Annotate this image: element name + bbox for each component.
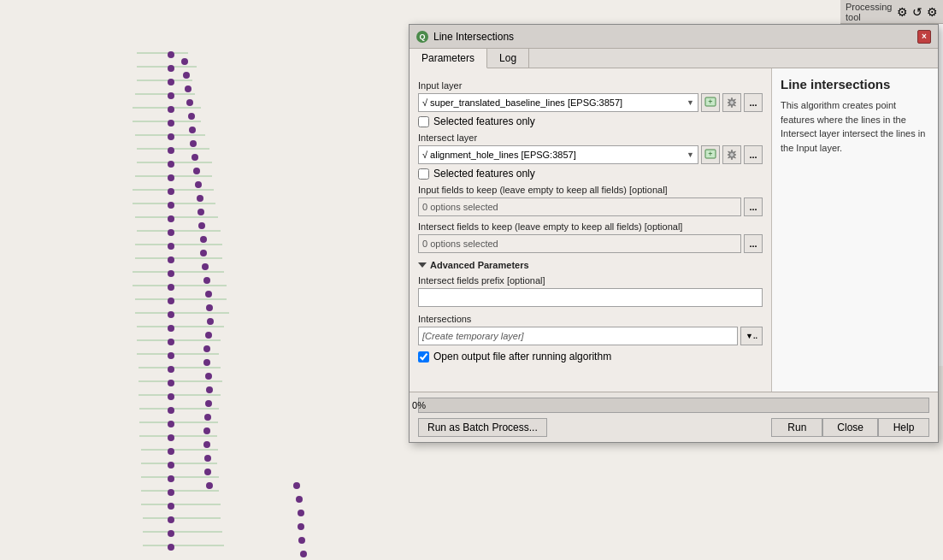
- svg-point-68: [168, 462, 174, 469]
- intersect-layer-add-btn[interactable]: +: [701, 145, 720, 164]
- close-button[interactable]: Close: [822, 418, 878, 437]
- line-intersections-dialog: Q Line Intersections × Parameters Log In…: [409, 24, 939, 443]
- help-button[interactable]: Help: [878, 418, 929, 437]
- intersect-layer-ellipsis-btn[interactable]: ...: [744, 145, 763, 164]
- intersections-placeholder: [Create temporary layer]: [422, 331, 524, 341]
- svg-point-54: [168, 270, 174, 277]
- input-fields-label: Input fields to keep (leave empty to kee…: [418, 185, 763, 195]
- top-toolbar: Processing tool ⚙ ↺ ⚙: [840, 0, 943, 24]
- input-layer-label: Input layer: [418, 80, 763, 91]
- svg-point-78: [186, 99, 193, 106]
- svg-point-85: [197, 195, 203, 202]
- svg-point-72: [168, 516, 174, 523]
- dialog-close-button[interactable]: ×: [917, 30, 931, 44]
- svg-point-65: [168, 421, 174, 427]
- svg-point-105: [204, 469, 211, 475]
- svg-point-107: [293, 482, 300, 489]
- intersect-fields-ellipsis-btn[interactable]: ...: [744, 234, 763, 253]
- dialog-icon: Q: [416, 31, 428, 43]
- input-fields-ellipsis-btn[interactable]: ...: [744, 197, 763, 216]
- intersections-output-input[interactable]: [Create temporary layer]: [418, 327, 738, 345]
- input-layer-combo[interactable]: √ super_translated_baseline_lines [EPSG:…: [418, 93, 698, 112]
- dialog-footer: 0% Run as Batch Process... Run Close Hel…: [410, 392, 938, 442]
- open-output-checkbox[interactable]: [418, 351, 429, 363]
- open-output-label: Open output file after running algorithm: [433, 351, 611, 363]
- dialog-body: Input layer √ super_translated_baseline_…: [410, 68, 938, 392]
- svg-point-102: [203, 427, 210, 434]
- svg-point-80: [189, 127, 196, 133]
- svg-point-75: [181, 58, 188, 65]
- svg-point-96: [203, 345, 210, 352]
- tab-log[interactable]: Log: [487, 49, 529, 68]
- input-selected-only-checkbox[interactable]: [418, 116, 429, 127]
- advanced-header[interactable]: Advanced Parameters: [418, 260, 763, 270]
- svg-point-90: [202, 263, 209, 270]
- run-button[interactable]: Run: [771, 418, 822, 437]
- tab-parameters[interactable]: Parameters: [410, 49, 487, 68]
- svg-point-42: [168, 106, 174, 113]
- svg-point-77: [185, 85, 192, 92]
- svg-point-69: [168, 475, 174, 482]
- intersect-layer-arrow: ▼: [687, 150, 694, 159]
- svg-point-67: [168, 448, 174, 455]
- input-fields-value: 0 options selected: [422, 202, 498, 212]
- svg-point-50: [168, 215, 174, 222]
- svg-point-118: [730, 153, 734, 156]
- svg-point-110: [298, 523, 304, 530]
- svg-point-109: [298, 510, 304, 516]
- prefix-input[interactable]: [418, 288, 763, 307]
- input-fields-select[interactable]: 0 options selected: [418, 197, 741, 216]
- svg-point-66: [168, 434, 174, 441]
- svg-point-108: [296, 496, 303, 503]
- svg-point-112: [300, 551, 307, 557]
- input-layer-add-btn[interactable]: +: [701, 93, 720, 112]
- input-fields-row: 0 options selected ...: [418, 197, 763, 216]
- intersect-selected-only-label: Selected features only: [433, 168, 535, 180]
- svg-point-97: [203, 359, 210, 366]
- help-title: Line intersections: [781, 77, 929, 91]
- svg-point-93: [206, 304, 213, 311]
- batch-process-button[interactable]: Run as Batch Process...: [418, 418, 547, 437]
- input-layer-settings-btn[interactable]: [722, 93, 741, 112]
- svg-point-115: [730, 101, 734, 104]
- svg-point-94: [207, 318, 214, 325]
- svg-text:+: +: [708, 150, 712, 158]
- intersect-fields-select[interactable]: 0 options selected: [418, 234, 741, 253]
- svg-point-57: [168, 311, 174, 318]
- svg-point-61: [168, 366, 174, 373]
- svg-point-81: [190, 140, 197, 147]
- svg-point-82: [192, 154, 198, 161]
- params-pane: Input layer √ super_translated_baseline_…: [410, 68, 771, 392]
- intersect-layer-settings-btn[interactable]: [722, 145, 741, 164]
- svg-point-64: [168, 407, 174, 414]
- svg-point-104: [204, 455, 211, 462]
- intersections-ellipsis-btn[interactable]: ▼..: [740, 327, 763, 345]
- input-layer-arrow: ▼: [687, 98, 694, 107]
- gear-icon[interactable]: ⚙: [897, 4, 908, 20]
- refresh-icon[interactable]: ↺: [911, 4, 922, 20]
- svg-point-73: [168, 530, 174, 537]
- svg-point-51: [168, 229, 174, 236]
- input-selected-only-row: Selected features only: [418, 115, 763, 127]
- intersect-selected-only-checkbox[interactable]: [418, 168, 429, 180]
- svg-point-43: [168, 120, 174, 127]
- intersect-layer-combo[interactable]: √ alignment_hole_lines [EPSG:3857] ▼: [418, 145, 698, 164]
- svg-rect-0: [0, 0, 376, 560]
- svg-point-92: [205, 291, 212, 298]
- svg-point-83: [193, 168, 200, 174]
- input-layer-ellipsis-btn[interactable]: ...: [744, 93, 763, 112]
- svg-point-53: [168, 256, 174, 263]
- svg-point-40: [168, 79, 174, 85]
- dialog-title-text: Line Intersections: [433, 31, 514, 43]
- settings-icon[interactable]: ⚙: [927, 4, 938, 20]
- svg-point-62: [168, 380, 174, 386]
- svg-point-44: [168, 133, 174, 140]
- svg-point-99: [206, 386, 213, 393]
- svg-point-79: [188, 113, 195, 120]
- svg-point-74: [168, 544, 174, 551]
- dialog-title: Q Line Intersections: [416, 31, 514, 43]
- svg-point-58: [168, 325, 174, 332]
- intersect-fields-label: Intersect fields to keep (leave empty to…: [418, 221, 763, 232]
- input-layer-row: √ super_translated_baseline_lines [EPSG:…: [418, 93, 763, 112]
- svg-point-39: [168, 65, 174, 72]
